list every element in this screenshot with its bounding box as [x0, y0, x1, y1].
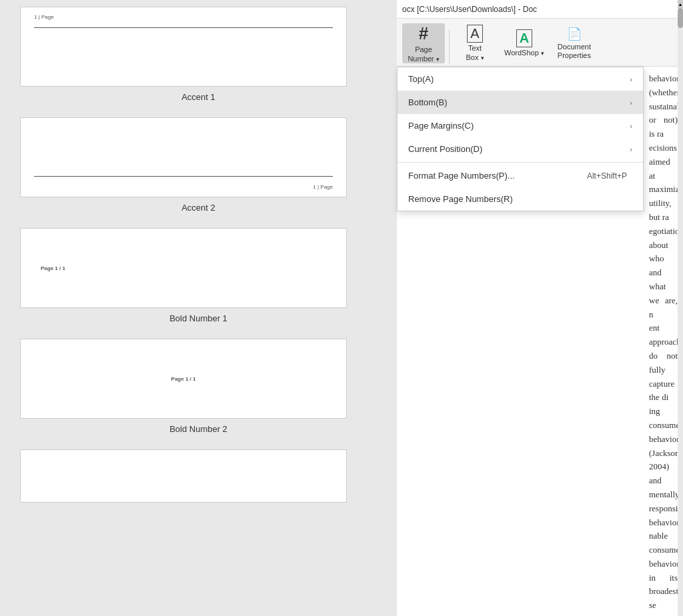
preview-box-bold1: Page 1 / 1 [20, 228, 347, 308]
menu-item-page-margins-label: Page Margins(C) [408, 121, 474, 131]
preview-box-accent2: 1 | Page [20, 117, 347, 197]
menu-item-current-position[interactable]: Current Position(D) › [398, 137, 643, 161]
menu-item-bottom-label: Bottom(B) [408, 97, 448, 107]
menu-item-remove-page-numbers-label: Remove Page Numbers(R) [408, 194, 513, 204]
menu-separator-1 [398, 162, 643, 163]
window-title: ocx [C:\Users\User\Downloads\] - Doc [402, 5, 537, 14]
text-box-label: TextBox ▾ [466, 44, 484, 61]
accent1-line [34, 27, 333, 28]
boldnum2-page-number: Page 1 / 1 [171, 376, 196, 382]
wordshop-button[interactable]: A WordShop ▾ [499, 23, 550, 63]
menu-item-format-page-numbers-label: Format Page Numbers(P)... [408, 171, 515, 181]
right-panel: ocx [C:\Users\User\Downloads\] - Doc # P… [397, 0, 683, 616]
text-box-icon: A [467, 25, 482, 43]
accent1-page-number: 1 | Page [34, 14, 54, 20]
preview-accent2[interactable]: 1 | Page Accent 2 [20, 117, 377, 218]
menu-item-page-margins[interactable]: Page Margins(C) › [398, 114, 643, 137]
menu-item-current-position-chevron: › [630, 145, 632, 153]
menu-item-top[interactable]: Top(A) › [398, 67, 643, 91]
toolbar: # PageNumber ▾ A TextBox ▾ A WordShop ▾ … [397, 19, 683, 67]
scroll-thumb[interactable] [678, 8, 683, 28]
scroll-up-button[interactable]: ▲ [678, 0, 683, 8]
scroll-bar[interactable]: ▲ [678, 0, 683, 616]
menu-item-page-margins-chevron: › [630, 122, 632, 130]
preview-panel: 1 | Page Accent 1 1 | Page Accent 2 Page… [0, 0, 397, 616]
menu-item-current-position-label: Current Position(D) [408, 144, 482, 154]
page-number-dropdown-arrow: ▾ [436, 56, 440, 63]
preview-box-plain [20, 449, 347, 503]
menu-item-top-label: Top(A) [408, 74, 434, 84]
document-properties-button[interactable]: 📄 DocumentProperties [552, 23, 596, 63]
preview-box-bold2: Page 1 / 1 [20, 339, 347, 419]
accent1-label: Accent 1 [20, 91, 377, 107]
menu-item-remove-page-numbers[interactable]: Remove Page Numbers(R) [398, 187, 643, 211]
boldnum1-page-number: Page 1 / 1 [41, 265, 65, 271]
page-number-dropdown-menu: Top(A) › Bottom(B) › Page Margins(C) › C… [397, 67, 644, 211]
accent2-page-number: 1 | Page [313, 184, 333, 190]
menu-item-format-shortcut: Alt+Shift+P [587, 171, 627, 181]
menu-item-bottom[interactable]: Bottom(B) › [398, 91, 643, 114]
toolbar-divider-1 [449, 30, 450, 63]
bold-number-1-label: Bold Number 1 [20, 312, 377, 329]
wordshop-icon: A [516, 29, 532, 47]
menu-item-format-page-numbers[interactable]: Format Page Numbers(P)... Alt+Shift+P [398, 164, 643, 187]
doc-text: behavior (whether sustainable or not) is… [649, 72, 678, 616]
accent2-label: Accent 2 [20, 201, 377, 218]
document-properties-icon: 📄 [567, 27, 582, 41]
menu-item-top-chevron: › [630, 75, 632, 83]
text-box-button[interactable]: A TextBox ▾ [454, 23, 496, 63]
preview-accent1[interactable]: 1 | Page Accent 1 [20, 7, 377, 107]
title-bar: ocx [C:\Users\User\Downloads\] - Doc [397, 0, 683, 19]
menu-item-bottom-chevron: › [630, 99, 632, 107]
preview-box-accent1: 1 | Page [20, 7, 347, 87]
page-number-button[interactable]: # PageNumber ▾ [402, 23, 445, 63]
hash-icon: # [419, 23, 428, 44]
page-number-label: PageNumber ▾ [408, 45, 439, 63]
document-properties-label: DocumentProperties [558, 43, 591, 60]
preview-bold-number-1[interactable]: Page 1 / 1 Bold Number 1 [20, 228, 377, 329]
bold-number-2-label: Bold Number 2 [20, 423, 377, 439]
preview-plain[interactable] [20, 449, 377, 503]
wordshop-dropdown-arrow: ▾ [541, 50, 544, 57]
wordshop-label: WordShop ▾ [504, 49, 544, 57]
accent2-line [34, 176, 333, 177]
preview-bold-number-2[interactable]: Page 1 / 1 Bold Number 2 [20, 339, 377, 439]
text-box-dropdown-arrow: ▾ [481, 55, 484, 61]
